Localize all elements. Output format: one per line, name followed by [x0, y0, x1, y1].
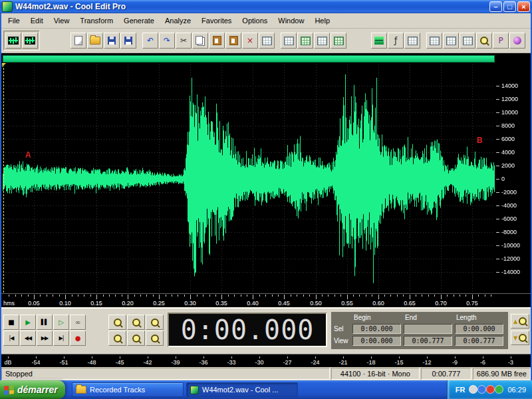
properties-button[interactable]: P [493, 33, 509, 49]
effects-button[interactable] [509, 33, 525, 49]
messenger-icon[interactable] [495, 385, 503, 394]
loop-button[interactable]: ∞ [70, 315, 86, 330]
zoom-in-button[interactable] [108, 315, 126, 330]
view-end-cell[interactable]: 0:00.777 [404, 336, 452, 346]
rewind-button[interactable]: ◀◀ [20, 331, 36, 346]
stop-button[interactable]: ■ [3, 315, 19, 330]
record-button[interactable]: ● [70, 331, 86, 346]
level-meter[interactable]: dB-54-51-48-45-42-39-36-33-30-27-24-21-1… [0, 354, 532, 367]
preferences-button[interactable] [404, 33, 420, 49]
undo-button[interactable]: ↶ [142, 33, 158, 49]
overview-bar[interactable] [3, 55, 495, 63]
zoom-right-edge-button[interactable] [146, 331, 164, 346]
time-display[interactable]: 0:00.000 [168, 313, 327, 347]
time-tick [291, 295, 291, 297]
transport-controls: ■▶▌▌▷∞|◀◀◀▶▶▶|● [3, 315, 86, 346]
view-length-cell[interactable]: 0:00.777 [455, 336, 503, 346]
maximize-button[interactable]: □ [503, 1, 516, 12]
time-tick [478, 295, 479, 297]
menu-generate[interactable]: Generate [118, 14, 160, 27]
adjust-boundaries-button[interactable] [314, 33, 330, 49]
waveform-canvas[interactable] [3, 65, 495, 293]
amp-label: -14000 [501, 269, 520, 275]
view-begin-cell[interactable]: 0:00.000 [352, 336, 401, 346]
new-button[interactable] [70, 33, 86, 49]
tray-icons [469, 385, 503, 395]
sel-begin-cell[interactable]: 0:00.000 [352, 324, 401, 334]
spectral-view-button[interactable] [371, 33, 387, 49]
sel-length-cell[interactable]: 0:00.000 [455, 324, 503, 334]
antivirus-icon[interactable] [486, 385, 495, 394]
menu-file[interactable]: File [3, 14, 25, 27]
meter-label: -6 [480, 359, 485, 366]
go-to-end-button[interactable]: ▶| [53, 331, 69, 346]
save-as-button[interactable] [120, 33, 136, 49]
display-settings-icon[interactable] [477, 385, 486, 394]
mix-paste-button[interactable] [225, 33, 241, 49]
save-button[interactable] [104, 33, 120, 49]
script-button[interactable]: ƒ [388, 33, 404, 49]
convert-sample-type-button[interactable] [281, 33, 297, 49]
menu-transform[interactable]: Transform [74, 14, 118, 27]
phase-analysis-button[interactable] [443, 33, 459, 49]
play-button[interactable]: ▶ [20, 315, 36, 330]
fast-forward-button[interactable]: ▶▶ [37, 331, 53, 346]
delete-button[interactable]: × [242, 33, 258, 49]
copy-button[interactable] [192, 33, 208, 49]
status-bar: Stopped 44100 · 16-bit · Mono 0:00.777 6… [0, 367, 532, 380]
menu-view[interactable]: View [49, 14, 75, 27]
task-label: W44mot2.wav - Cool ... [202, 386, 278, 394]
zoom-left-edge-button[interactable] [127, 331, 145, 346]
meter-tick [64, 356, 65, 358]
statistics-button[interactable] [460, 33, 475, 49]
trim-button[interactable] [259, 33, 275, 49]
cut-button[interactable]: ✂ [176, 33, 192, 49]
frequency-analysis-button[interactable] [426, 33, 442, 49]
multitrack-view-button[interactable] [22, 33, 38, 49]
zoom-vertical-out-button[interactable]: ▼ [511, 331, 529, 345]
redo-button[interactable]: ↷ [159, 33, 175, 49]
waveform-view-button[interactable] [5, 33, 21, 49]
group-waveform-button[interactable] [331, 33, 346, 49]
menu-bar: FileEditViewTransformGenerateAnalyzeFavo… [0, 13, 532, 29]
insert-multitrack-button[interactable] [297, 33, 313, 49]
amplitude-ruler[interactable]: 14000120001000080006000400020000-2000-40… [496, 65, 532, 293]
copy-icon [196, 36, 203, 45]
play-to-end-button[interactable]: ▷ [53, 315, 69, 330]
record-button-icon: ● [75, 335, 81, 342]
pause-button[interactable]: ▌▌ [37, 315, 53, 330]
volume-icon[interactable] [469, 385, 477, 394]
zoom-vertical-in-button[interactable]: ▲ [511, 314, 529, 329]
amp-label: -2000 [501, 189, 517, 196]
zoom-selection-button[interactable] [108, 331, 126, 346]
close-button[interactable]: × [517, 1, 530, 12]
sel-end-cell[interactable] [404, 324, 452, 334]
time-tick [78, 295, 78, 297]
waveform-display: AB 14000120001000080006000400020000-2000… [0, 53, 532, 307]
amp-tick [496, 259, 499, 259]
paste-button[interactable] [209, 33, 225, 49]
play-to-end-button-icon: ▷ [59, 319, 64, 326]
cue-marker-b[interactable]: B [477, 136, 483, 145]
menu-options[interactable]: Options [237, 14, 273, 27]
language-indicator[interactable]: FR [456, 386, 466, 394]
cue-marker-a[interactable]: A [25, 150, 31, 160]
minimize-button[interactable]: – [489, 1, 502, 12]
find-beats-button[interactable] [476, 33, 492, 49]
zoom-out-button[interactable] [127, 315, 145, 330]
go-to-start-button[interactable]: |◀ [3, 331, 19, 346]
menu-analyze[interactable]: Analyze [160, 14, 196, 27]
menu-window[interactable]: Window [273, 14, 309, 27]
task-recorded-tracks[interactable]: Recorded Tracks [72, 382, 184, 397]
menu-favorites[interactable]: Favorites [196, 14, 237, 27]
task-cool-edit[interactable]: W44mot2.wav - Cool ... [186, 382, 298, 397]
menu-help[interactable]: Help [309, 14, 335, 27]
time-ruler[interactable]: hms 0.050.100.150.200.250.300.350.400.45… [0, 293, 532, 307]
open-button[interactable] [87, 33, 103, 49]
time-tick [366, 295, 366, 297]
waveform-area[interactable]: AB [3, 65, 495, 293]
zoom-full-button[interactable] [146, 315, 164, 330]
menu-edit[interactable]: Edit [25, 14, 49, 27]
title-bar[interactable]: W44mot2.wav - Cool Edit Pro –□× [0, 0, 532, 13]
start-button[interactable]: démarrer [0, 380, 65, 399]
